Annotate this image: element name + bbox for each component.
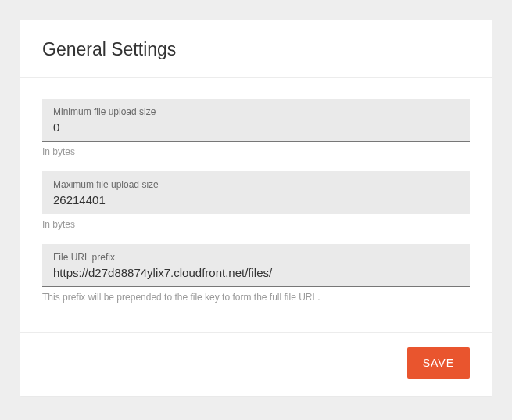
min-upload-label: Minimum file upload size	[53, 106, 459, 117]
field-box-url-prefix[interactable]: File URL prefix	[42, 244, 470, 287]
max-upload-helper: In bytes	[42, 219, 470, 230]
max-upload-label: Maximum file upload size	[53, 179, 459, 190]
page-root: General Settings Minimum file upload siz…	[0, 0, 512, 420]
url-prefix-input[interactable]	[53, 266, 459, 279]
settings-card: General Settings Minimum file upload siz…	[20, 20, 492, 396]
field-max-upload: Maximum file upload size In bytes	[42, 171, 470, 230]
card-header: General Settings	[20, 20, 492, 77]
field-box-min-upload[interactable]: Minimum file upload size	[42, 99, 470, 142]
url-prefix-helper: This prefix will be prepended to the fil…	[42, 292, 470, 303]
min-upload-helper: In bytes	[42, 146, 470, 157]
save-button[interactable]: SAVE	[407, 347, 470, 379]
field-min-upload: Minimum file upload size In bytes	[42, 99, 470, 157]
max-upload-input[interactable]	[53, 193, 459, 206]
url-prefix-label: File URL prefix	[53, 252, 459, 263]
page-title: General Settings	[42, 39, 470, 60]
min-upload-input[interactable]	[53, 120, 459, 134]
field-box-max-upload[interactable]: Maximum file upload size	[42, 171, 470, 214]
card-body: Minimum file upload size In bytes Maximu…	[20, 78, 492, 332]
card-footer: SAVE	[20, 333, 492, 396]
field-url-prefix: File URL prefix This prefix will be prep…	[42, 244, 470, 303]
